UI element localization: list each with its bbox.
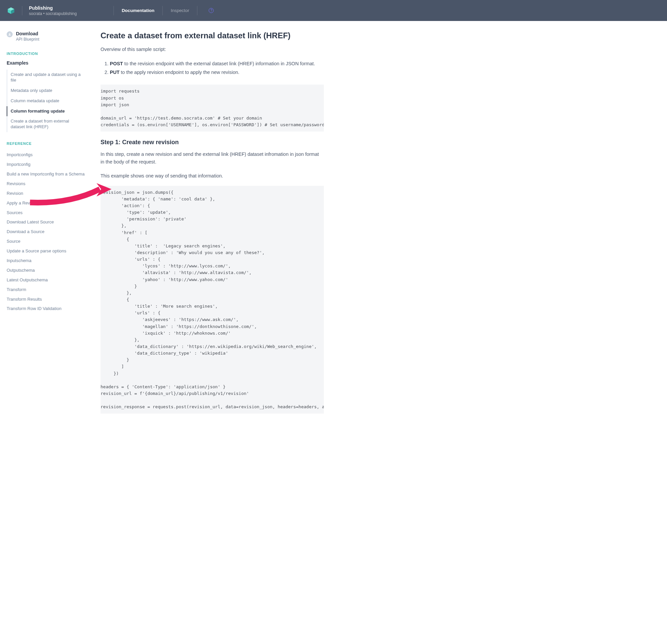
overview-text: Overview of this sample script:	[100, 46, 324, 53]
sidebar-item-ref[interactable]: Inputschema	[7, 256, 86, 266]
examples-list: Create and update a dataset using a file…	[7, 69, 86, 132]
sidebar-item-ref[interactable]: Source	[7, 237, 86, 246]
sidebar-item-ref[interactable]: Importconfigs	[7, 150, 86, 160]
examples-heading[interactable]: Examples	[7, 60, 86, 66]
divider	[197, 6, 197, 15]
step-desc-2: This example shows one way of sending th…	[100, 172, 324, 180]
sidebar-item-example[interactable]: Column metadata update	[7, 96, 86, 106]
sidebar-item-example[interactable]: Create a dataset from external dataset l…	[7, 116, 86, 132]
step-desc-1: In this step, create a new revision and …	[100, 150, 324, 166]
step-verb: POST	[110, 61, 123, 66]
nav-tabs: Documentation Inspector ?	[114, 1, 214, 20]
reference-label: REFERENCE	[7, 142, 86, 146]
app-header: Publishing socrata • socratapublishing D…	[0, 0, 667, 21]
step-text: to the apply revision endpoint to apply …	[119, 69, 239, 75]
step-item: POST to the revision endpoint with the e…	[110, 59, 324, 68]
sidebar-item-ref[interactable]: Download Latest Source	[7, 218, 86, 227]
sidebar-item-ref[interactable]: Importconfig	[7, 160, 86, 170]
step-verb: PUT	[110, 69, 119, 75]
sidebar-item-ref[interactable]: Transform Row ID Validation	[7, 304, 86, 314]
sidebar-item-ref[interactable]: Update a Source parse options	[7, 246, 86, 256]
sidebar-item-ref[interactable]: Revision	[7, 189, 86, 198]
step-heading: Step 1: Create new revision	[100, 139, 324, 146]
divider	[162, 6, 163, 15]
download-title: Download	[16, 31, 39, 36]
sidebar-item-ref[interactable]: Revisions	[7, 179, 86, 189]
sidebar-item-ref[interactable]: Download a Source	[7, 227, 86, 237]
help-icon[interactable]: ?	[209, 8, 214, 13]
sidebar-item-example[interactable]: Metadata only update	[7, 85, 86, 96]
download-icon	[7, 31, 13, 37]
title-block: Publishing socrata • socratapublishing	[29, 5, 77, 16]
logo-icon	[7, 6, 15, 15]
sidebar-item-ref[interactable]: Apply a Revision	[7, 198, 86, 208]
tab-inspector[interactable]: Inspector	[171, 1, 190, 20]
download-sub: API Blueprint	[16, 37, 39, 42]
step-text: to the revision endpoint with the extern…	[123, 61, 315, 66]
main-content: Create a dataset from external dataset l…	[93, 21, 331, 431]
sidebar-item-ref[interactable]: Latest Outputschema	[7, 275, 86, 285]
sidebar: Download API Blueprint INTRODUCTION Exam…	[0, 21, 93, 431]
sidebar-item-ref[interactable]: Transform Results	[7, 295, 86, 304]
sidebar-item-ref[interactable]: Transform	[7, 285, 86, 295]
code-block-revision[interactable]: revision_json = json.dumps({ 'metadata':…	[100, 186, 324, 414]
sidebar-item-ref[interactable]: Outputschema	[7, 266, 86, 275]
divider	[22, 6, 22, 15]
tab-documentation[interactable]: Documentation	[122, 1, 154, 20]
sidebar-item-ref[interactable]: Build a new Importconfig from a Schema	[7, 170, 86, 179]
app-subtitle: socrata • socratapublishing	[29, 11, 77, 16]
page-title: Create a dataset from external dataset l…	[100, 31, 324, 40]
sidebar-item-ref[interactable]: Sources	[7, 208, 86, 218]
download-row[interactable]: Download API Blueprint	[7, 31, 86, 42]
reference-list: Importconfigs Importconfig Build a new I…	[7, 150, 86, 314]
code-block-imports[interactable]: import requests import os import json do…	[100, 84, 324, 131]
introduction-label: INTRODUCTION	[7, 52, 86, 55]
sidebar-item-example[interactable]: Create and update a dataset using a file	[7, 69, 86, 85]
app-title: Publishing	[29, 5, 77, 11]
step-item: PUT to the apply revision endpoint to ap…	[110, 68, 324, 77]
sidebar-item-example-active[interactable]: Column formatting update	[7, 106, 86, 116]
steps-list: POST to the revision endpoint with the e…	[100, 59, 324, 77]
